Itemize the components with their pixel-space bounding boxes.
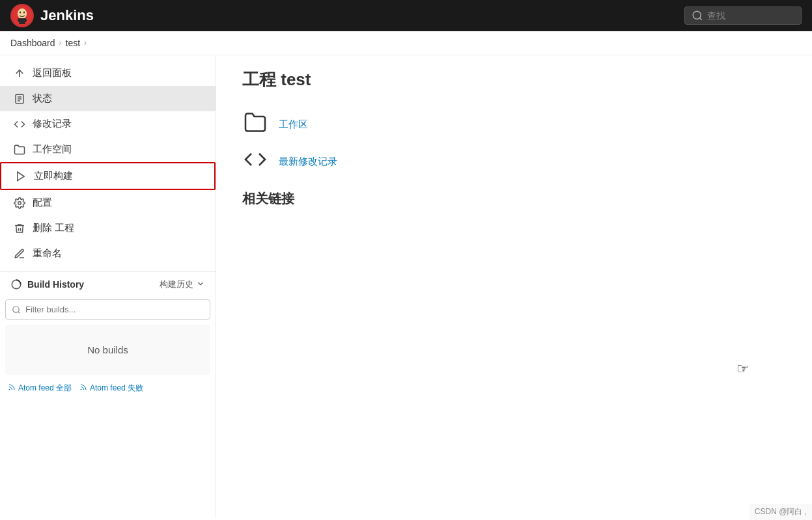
page-title: 工程 test [242, 68, 786, 91]
svg-rect-5 [19, 22, 25, 24]
jenkins-logo-icon [10, 4, 34, 27]
sidebar-item-back[interactable]: 返回面板 [0, 61, 216, 86]
status-icon [13, 92, 26, 105]
search-input[interactable] [707, 10, 798, 21]
build-history-history-label: 构建历史 [160, 279, 193, 290]
atom-icon-all [8, 383, 16, 393]
workspace-icon [13, 143, 26, 156]
svg-marker-13 [18, 172, 25, 181]
latest-changes-icon [242, 148, 268, 176]
svg-point-16 [9, 389, 10, 390]
sidebar-back-label: 返回面板 [33, 67, 72, 79]
sidebar-item-changes[interactable]: 修改记录 [0, 111, 216, 137]
svg-rect-4 [18, 18, 27, 22]
sidebar-rename-label: 重命名 [33, 247, 62, 260]
sidebar-item-configure[interactable]: 配置 [0, 190, 216, 215]
delete-icon [13, 222, 26, 234]
atom-icon-fail [79, 383, 87, 393]
related-links-section: 工作区 最新修改记录 相关链接 [242, 111, 786, 208]
sidebar-item-workspace[interactable]: 工作空间 [0, 137, 216, 162]
footer-bar: CSDN @阿白 , [749, 504, 812, 520]
atom-feed-fail-link[interactable]: Atom feed 失败 [79, 383, 143, 394]
workspace-link[interactable]: 工作区 [279, 118, 308, 131]
latest-changes-link[interactable]: 最新修改记录 [279, 156, 337, 168]
breadcrumb: Dashboard › test › [0, 31, 812, 55]
svg-line-7 [699, 18, 701, 20]
svg-point-1 [18, 8, 27, 19]
breadcrumb-test[interactable]: test [66, 38, 81, 48]
configure-icon [13, 197, 26, 209]
build-history-toggle[interactable]: 构建历史 [160, 279, 205, 290]
app-title: Jenkins [40, 7, 94, 24]
sidebar-changes-label: 修改记录 [33, 118, 72, 130]
build-history-spin-icon [10, 279, 22, 290]
header: Jenkins [0, 0, 812, 31]
sidebar-workspace-label: 工作空间 [33, 143, 72, 156]
svg-point-6 [693, 12, 701, 20]
sidebar: 返回面板 状态 修改记录 [0, 55, 216, 518]
breadcrumb-sep-1: › [59, 38, 62, 48]
back-icon [13, 67, 26, 79]
atom-feed-all-link[interactable]: Atom feed 全部 [8, 383, 72, 394]
breadcrumb-dashboard[interactable]: Dashboard [10, 38, 55, 48]
main-layout: 返回面板 状态 修改记录 [0, 55, 812, 518]
build-history-title-area: Build History [10, 279, 84, 290]
related-links-label: 相关链接 [242, 190, 786, 208]
changes-icon [13, 118, 26, 130]
svg-point-2 [20, 12, 21, 14]
main-content: 工程 test 工作区 最新修改记录 [216, 55, 812, 518]
chevron-down-icon [196, 279, 205, 290]
build-history-label: Build History [27, 279, 84, 290]
sidebar-status-label: 状态 [33, 92, 52, 105]
build-history-header: Build History 构建历史 [0, 271, 216, 297]
workspace-link-item: 工作区 [242, 111, 786, 139]
workspace-link-icon [242, 111, 268, 139]
breadcrumb-sep-2: › [84, 38, 87, 48]
svg-point-14 [18, 202, 21, 205]
footer-text: CSDN @阿白 , [755, 507, 807, 516]
logo-area: Jenkins [10, 4, 94, 27]
search-box[interactable] [684, 7, 802, 25]
atom-links: Atom feed 全部 Atom feed 失败 [0, 377, 216, 399]
svg-point-3 [23, 12, 25, 14]
sidebar-item-delete[interactable]: 删除 工程 [0, 215, 216, 241]
sidebar-item-status[interactable]: 状态 [0, 86, 216, 111]
sidebar-configure-label: 配置 [33, 197, 52, 209]
sidebar-item-rename[interactable]: 重命名 [0, 241, 216, 266]
latest-changes-link-item: 最新修改记录 [242, 148, 786, 176]
svg-point-17 [81, 389, 81, 390]
rename-icon [13, 247, 26, 260]
sidebar-item-build-now[interactable]: 立即构建 [0, 162, 216, 190]
sidebar-delete-label: 删除 工程 [33, 222, 74, 234]
filter-input-wrap [0, 297, 216, 322]
search-icon [692, 10, 703, 22]
no-builds-message: No builds [5, 325, 210, 375]
sidebar-build-now-label: 立即构建 [34, 170, 73, 182]
build-now-icon [14, 170, 27, 182]
filter-builds-input[interactable] [5, 299, 210, 320]
